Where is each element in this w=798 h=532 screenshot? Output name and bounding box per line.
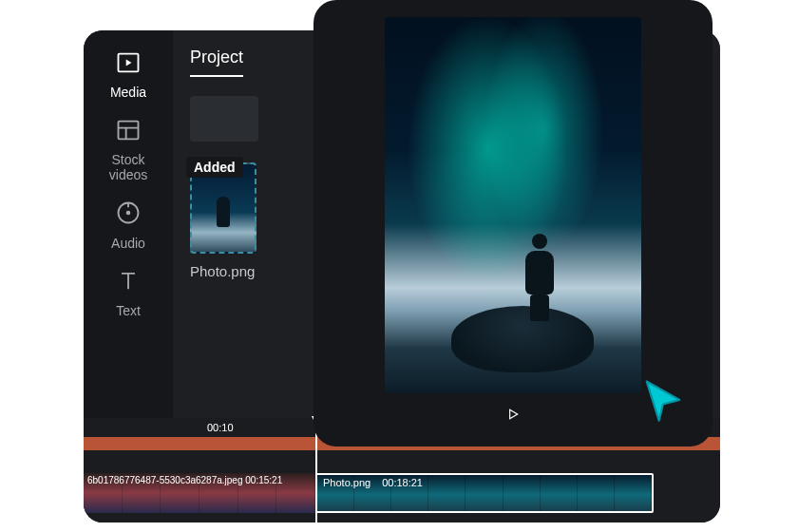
audio-icon [115,200,142,229]
sidebar-item-text[interactable]: Text [115,268,142,318]
sidebar-label: Media [110,85,146,100]
text-icon [115,268,142,297]
clip-a-label: 6b01786776487-5530c3a6287a.jpeg 00:15:21 [87,475,282,485]
play-icon [505,408,521,425]
sidebar-item-audio[interactable]: Audio [111,200,145,250]
sidebar: Media Stock videos Audio Text [84,30,173,418]
timeline-track-video[interactable]: 6b01786776487-5530c3a6287a.jpeg 00:15:21… [84,473,720,513]
thumbnail-filename: Photo.png [190,263,256,279]
sidebar-item-stock-videos[interactable]: Stock videos [109,117,147,182]
sidebar-label: Text [116,303,141,318]
timeline-clip-a[interactable]: 6b01786776487-5530c3a6287a.jpeg 00:15:21 [84,473,315,513]
preview-image[interactable] [385,17,641,393]
timeline-clip-b[interactable]: Photo.png 00:18:21 [315,473,654,513]
sidebar-label: Audio [111,236,145,251]
preview-panel [314,0,712,446]
sidebar-item-media[interactable]: Media [110,49,146,100]
panel-tab-project[interactable]: Project [190,48,243,77]
added-badge: Added [186,157,243,178]
sidebar-label: Stock videos [109,152,147,182]
play-button[interactable] [505,407,521,426]
media-placeholder[interactable] [190,96,258,142]
ruler-tick: 00:10 [207,422,234,433]
layout-icon [115,117,142,146]
media-icon [115,49,142,79]
preview-person [522,234,558,321]
clip-b-label: Photo.png 00:18:21 [323,477,423,488]
svg-point-3 [126,211,131,216]
media-thumb[interactable]: Added Photo.png [190,162,256,279]
svg-rect-1 [119,122,139,140]
